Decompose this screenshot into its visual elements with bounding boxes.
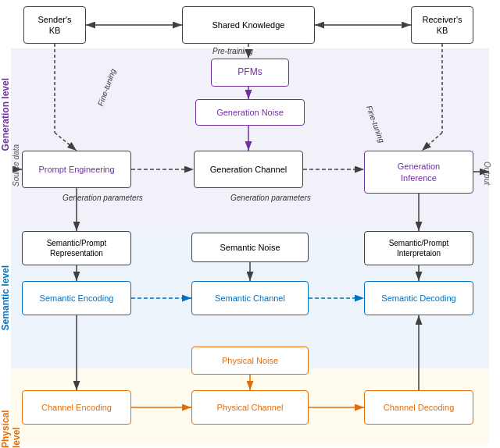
semantic-encoding-box: Semantic Encoding (22, 281, 131, 315)
semantic-decoding-box: Semantic Decoding (364, 281, 473, 315)
generation-params-right-label: Generation parameters (230, 194, 311, 202)
physical-noise-box: Physical Noise (191, 347, 309, 375)
channel-decoding-box: Channel Decoding (364, 390, 473, 425)
semantic-noise-box: Semantic Noise (191, 233, 309, 262)
output-label: Output (483, 162, 491, 185)
diagram: Generation level Semantic level Physical… (0, 0, 500, 448)
generation-level-label: Generation level (0, 78, 11, 151)
source-data-label: Source data (12, 144, 20, 187)
semantic-prompt-interp-box: Semantic/Prompt Interpretaion (364, 231, 473, 265)
generation-params-left-label: Generation parameters (62, 194, 143, 202)
semantic-prompt-repr-box: Semantic/Prompt Representation (22, 231, 131, 265)
generation-noise-box: Generation Noise (195, 99, 305, 126)
generation-channel-box: Generation Channel (194, 151, 303, 188)
senders-kb-box: Sender's KB (23, 6, 86, 44)
physical-level-label: Physical level (0, 390, 22, 448)
physical-channel-box: Physical Channel (191, 390, 309, 425)
receivers-kb-box: Receiver's KB (411, 6, 473, 44)
semantic-channel-box: Semantic Channel (191, 281, 309, 315)
prompt-engineering-box: Prompt Engineering (22, 151, 131, 188)
pfms-box: PFMs (211, 59, 289, 87)
channel-encoding-box: Channel Encoding (22, 390, 131, 425)
shared-knowledge-box: Shared Knowledge (182, 6, 315, 44)
semantic-level-label: Semantic level (0, 265, 11, 330)
generation-inference-box: Generation Inference (364, 151, 473, 194)
pre-training-label: Pre-training (212, 47, 253, 55)
